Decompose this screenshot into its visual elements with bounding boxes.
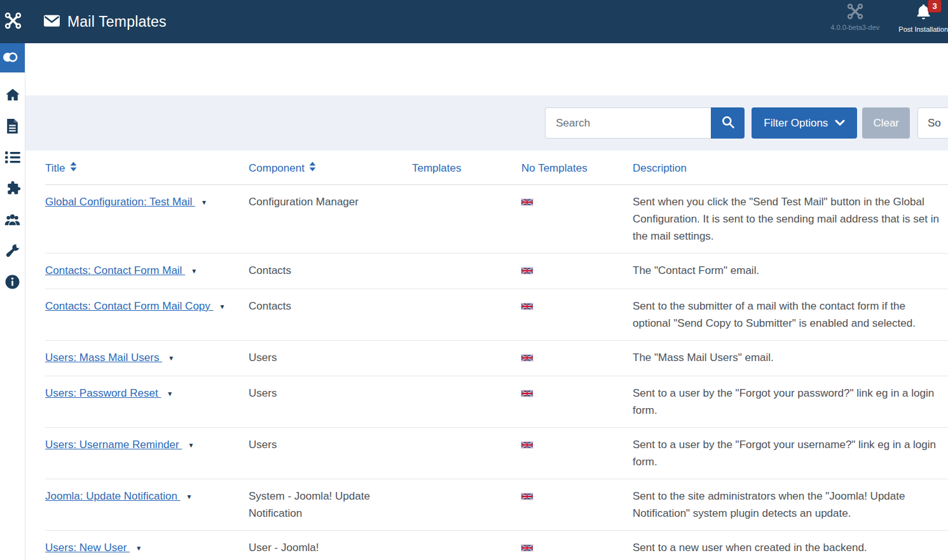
table-row: Contacts: Contact Form Mail Copy ▼ Conta… bbox=[45, 289, 948, 341]
search-button[interactable] bbox=[711, 107, 745, 139]
caret-down-icon[interactable]: ▼ bbox=[135, 540, 142, 557]
en-gb-flag-icon bbox=[521, 488, 533, 500]
page-heading: Mail Templates bbox=[43, 13, 167, 31]
home-icon bbox=[4, 87, 21, 104]
table-row: Global Configuration: Test Mail ▼ Config… bbox=[45, 185, 948, 254]
puzzle-icon bbox=[4, 181, 21, 198]
template-title-link[interactable]: Users: Password Reset bbox=[45, 387, 161, 399]
en-gb-flag-icon bbox=[521, 350, 533, 361]
component-cell: Users bbox=[249, 376, 412, 428]
en-gb-flag-icon bbox=[521, 298, 533, 310]
joomla-logo[interactable] bbox=[0, 12, 33, 31]
caret-down-icon[interactable]: ▼ bbox=[168, 350, 174, 367]
caret-down-icon[interactable]: ▼ bbox=[167, 385, 173, 402]
clear-button[interactable]: Clear bbox=[862, 107, 910, 139]
sidebar-item-menus[interactable] bbox=[0, 142, 25, 174]
list-icon bbox=[4, 150, 21, 166]
description-cell: Sent to the site administrators when the… bbox=[633, 479, 948, 531]
component-cell: Contacts bbox=[249, 289, 412, 341]
no-templates-cell bbox=[521, 289, 633, 341]
template-title-link[interactable]: Contacts: Contact Form Mail bbox=[45, 264, 185, 277]
joomla-version-module[interactable]: 4.0.0-beta3-dev bbox=[830, 3, 879, 31]
toggle-icon bbox=[2, 50, 20, 67]
no-templates-cell bbox=[521, 376, 633, 428]
template-title-link[interactable]: Users: Mass Mail Users bbox=[45, 352, 162, 364]
search-group bbox=[545, 107, 745, 139]
caret-down-icon[interactable]: ▼ bbox=[186, 488, 193, 505]
mail-icon bbox=[43, 13, 60, 31]
component-cell: Contacts bbox=[249, 254, 412, 289]
no-templates-cell bbox=[521, 341, 633, 376]
sort-icon bbox=[70, 161, 77, 175]
mail-templates-table: Title Component bbox=[45, 151, 948, 560]
column-header-description[interactable]: Description bbox=[633, 162, 687, 175]
main-content: Filter Options Clear So Title bbox=[25, 43, 948, 560]
no-templates-cell bbox=[521, 185, 633, 254]
templates-cell bbox=[412, 341, 521, 376]
no-templates-cell bbox=[521, 531, 633, 560]
column-header-no-templates[interactable]: No Templates bbox=[521, 162, 587, 175]
caret-down-icon[interactable]: ▼ bbox=[201, 194, 207, 211]
notification-badge: 3 bbox=[928, 0, 941, 13]
sidebar-item-components[interactable] bbox=[0, 174, 25, 205]
column-header-component[interactable]: Component bbox=[249, 161, 316, 175]
templates-cell bbox=[412, 185, 521, 254]
sort-table-select[interactable]: So bbox=[917, 107, 948, 139]
filter-options-button[interactable]: Filter Options bbox=[752, 107, 857, 139]
joomla-version-icon bbox=[847, 3, 863, 22]
bell-icon: 3 bbox=[914, 3, 933, 24]
admin-sidebar bbox=[0, 43, 25, 560]
file-icon bbox=[6, 118, 19, 136]
header-modules: 4.0.0-beta3-dev 3 Post Installation bbox=[830, 3, 948, 33]
version-label: 4.0.0-beta3-dev bbox=[830, 24, 879, 31]
sidebar-nav bbox=[0, 72, 25, 298]
component-cell: Users bbox=[249, 428, 412, 479]
component-cell: Configuration Manager bbox=[249, 185, 412, 254]
description-cell: The "Contact Form" email. bbox=[633, 254, 948, 289]
caret-down-icon[interactable]: ▼ bbox=[191, 263, 197, 280]
sidebar-item-home[interactable] bbox=[0, 80, 25, 111]
table-row: Users: Password Reset ▼ Users Sent to a … bbox=[45, 376, 948, 428]
table-row: Users: New User ▼ User - Joomla! Sent to… bbox=[45, 531, 948, 560]
template-title-link[interactable]: Global Configuration: Test Mail bbox=[45, 196, 195, 208]
en-gb-flag-icon bbox=[521, 540, 533, 551]
column-header-templates[interactable]: Templates bbox=[412, 162, 461, 175]
post-installation-module[interactable]: 3 Post Installation bbox=[898, 3, 948, 33]
toolbar-strip bbox=[25, 43, 948, 95]
no-templates-cell bbox=[521, 428, 633, 479]
filter-options-label: Filter Options bbox=[764, 117, 828, 130]
table-row: Joomla: Update Notification ▼ System - J… bbox=[45, 479, 948, 531]
templates-cell bbox=[412, 479, 521, 531]
table-row: Contacts: Contact Form Mail ▼ Contacts T… bbox=[45, 254, 948, 289]
sort-icon bbox=[309, 161, 316, 175]
mail-templates-table-section: Title Component bbox=[25, 151, 948, 560]
table-row: Users: Username Reminder ▼ Users Sent to… bbox=[45, 428, 948, 479]
en-gb-flag-icon bbox=[521, 437, 533, 448]
table-row: Users: Mass Mail Users ▼ Users The "Mass… bbox=[45, 341, 948, 376]
search-icon bbox=[721, 115, 735, 131]
component-cell: System - Joomla! Update Notification bbox=[249, 479, 412, 531]
template-title-link[interactable]: Users: Username Reminder bbox=[45, 439, 182, 451]
chevron-down-icon bbox=[835, 117, 845, 130]
sidebar-item-help[interactable] bbox=[0, 267, 25, 298]
caret-down-icon[interactable]: ▼ bbox=[188, 437, 194, 454]
component-cell: User - Joomla! bbox=[249, 531, 412, 560]
column-header-title[interactable]: Title bbox=[45, 161, 77, 175]
template-title-link[interactable]: Joomla: Update Notification bbox=[45, 490, 181, 502]
en-gb-flag-icon bbox=[521, 263, 533, 274]
caret-down-icon[interactable]: ▼ bbox=[219, 298, 226, 315]
en-gb-flag-icon bbox=[521, 385, 533, 397]
description-cell: The "Mass Mail Users" email. bbox=[633, 341, 948, 376]
description-cell: Sent when you click the "Send Test Mail"… bbox=[633, 185, 948, 254]
template-title-link[interactable]: Contacts: Contact Form Mail Copy bbox=[45, 300, 214, 312]
en-gb-flag-icon bbox=[521, 194, 533, 205]
sidebar-item-users[interactable] bbox=[0, 205, 25, 236]
description-cell: Sent to a user by the "Forgot your passw… bbox=[633, 376, 948, 428]
template-title-link[interactable]: Users: New User bbox=[45, 542, 130, 554]
search-input[interactable] bbox=[545, 107, 711, 139]
templates-cell bbox=[412, 289, 521, 341]
templates-cell bbox=[412, 531, 521, 560]
sidebar-item-system[interactable] bbox=[0, 236, 25, 267]
sidebar-item-content[interactable] bbox=[0, 111, 25, 142]
sidebar-toggle-button[interactable] bbox=[0, 43, 25, 72]
